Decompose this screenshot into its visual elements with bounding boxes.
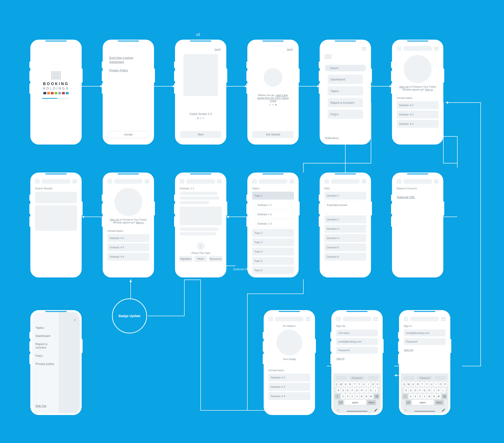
subtopic-row[interactable]: Subtopic 1-1›: [255, 201, 294, 209]
screen-legal: End-User Licence Agreement Privacy Polic…: [103, 40, 154, 145]
signup-title: Sign Up: [333, 323, 381, 328]
mic-icon[interactable]: 🎤: [442, 409, 445, 412]
screen-signin: Sign In email@booking.com Password Sign …: [399, 310, 450, 415]
unread-item[interactable]: Subtopic 4-4: [268, 392, 310, 400]
hamburger-icon[interactable]: [72, 180, 77, 183]
unread-item[interactable]: Subtopic 4-3: [107, 243, 149, 251]
skip-button[interactable]: SKIP: [287, 48, 293, 51]
hamburger-icon[interactable]: [362, 47, 366, 50]
search-input[interactable]: [403, 179, 432, 184]
keyboard[interactable]: Password QWERTYUIOP ASDFGHJKL ⇧ZXCVBNM⌫ …: [401, 374, 449, 413]
drawer-item-faq[interactable]: Faq's: [36, 354, 55, 358]
tab-faqs[interactable]: FAQ's: [194, 256, 207, 262]
search-input[interactable]: [403, 46, 432, 51]
menu-dashboard[interactable]: Dashboard: [328, 75, 363, 84]
search-input[interactable]: [331, 179, 360, 184]
signup-cta[interactable]: Sign-Up to Preserve Your Points: [394, 85, 441, 88]
topic-row[interactable]: Topic 1˄: [252, 192, 294, 200]
subtopic-row[interactable]: Subtopic 1-2›: [255, 210, 294, 218]
external-url-link[interactable]: External URL: [397, 195, 415, 199]
signin-link[interactable]: Sign in: [425, 88, 433, 91]
result-item[interactable]: [35, 192, 77, 203]
search-input[interactable]: [114, 179, 143, 184]
chevron-down-icon: ˅: [290, 231, 292, 235]
hamburger-icon[interactable]: [289, 180, 294, 183]
keyboard[interactable]: Password QWERTYUIOP ASDFGHJKL ⇧ZXCVBNM⌫ …: [333, 374, 381, 413]
sign-out-link[interactable]: Sign Out: [36, 404, 46, 408]
hamburger-icon[interactable]: [441, 317, 446, 321]
unread-item[interactable]: Subtopic 4-4: [397, 120, 439, 128]
brand-top: BOOKING: [42, 82, 70, 86]
hamburger-icon[interactable]: [145, 180, 149, 183]
search-input[interactable]: [410, 317, 439, 321]
signup-link[interactable]: Sign Up: [404, 349, 413, 351]
faq-question[interactable]: Question 3: [324, 225, 366, 233]
hamburger-icon[interactable]: [362, 180, 366, 183]
close-icon[interactable]: ✕: [73, 318, 76, 323]
skip-button[interactable]: SKIP: [215, 48, 221, 51]
menu-report[interactable]: Report a Concern: [328, 98, 363, 107]
unread-item[interactable]: Subtopic 4-4: [107, 253, 149, 261]
emoji-icon[interactable]: ☺: [337, 409, 339, 412]
topic-row[interactable]: Topic 5˅: [252, 257, 294, 265]
accept-button[interactable]: Accept: [108, 131, 149, 138]
hamburger-icon[interactable]: [306, 317, 310, 321]
signin-link[interactable]: Sign in: [136, 221, 144, 224]
hamburger-icon[interactable]: [434, 180, 439, 183]
faq-answer: Expanded answer: [324, 201, 366, 213]
faq-question[interactable]: Question 5: [324, 243, 366, 251]
signup-cta[interactable]: Sign-Up to Preserve Your Points: [105, 218, 152, 221]
drawer-item-dashboard[interactable]: Dashboard: [36, 334, 55, 338]
menu-faq[interactable]: FAQ's: [328, 110, 363, 119]
topic-row[interactable]: Topic 3˅: [252, 238, 294, 246]
faq-question[interactable]: Question 4: [324, 234, 366, 242]
result-item[interactable]: [35, 205, 77, 231]
unread-item[interactable]: Subtopic 4-3: [397, 111, 439, 119]
search-input[interactable]: [186, 179, 215, 184]
get-started-button[interactable]: Get Started: [252, 131, 293, 138]
chevron-down-icon: ˅: [290, 259, 292, 263]
mic-icon[interactable]: 🎤: [374, 409, 378, 412]
search-input[interactable]: ⌕ Search: [325, 65, 366, 71]
article-image: [180, 206, 222, 225]
search-input[interactable]: [342, 317, 372, 321]
fullname-field[interactable]: Full name: [336, 329, 378, 337]
badge-image: [276, 330, 302, 355]
screen-faq: FAQ Question 1 Expanded answer Question …: [320, 172, 371, 277]
signin-title: Sign In: [401, 323, 449, 328]
email-field[interactable]: email@booking.com: [404, 329, 446, 337]
unread-item[interactable]: Subtopic 4-3: [268, 383, 310, 391]
hamburger-icon[interactable]: [434, 47, 439, 50]
privacy-link[interactable]: Privacy Policy: [109, 68, 128, 72]
email-field[interactable]: email@booking.com: [336, 338, 378, 345]
drawer-item-topics[interactable]: Topics: [36, 326, 55, 329]
tab-resources[interactable]: Resources: [209, 256, 222, 262]
search-input[interactable]: [258, 179, 288, 184]
topic-row[interactable]: Topic 6˅: [252, 266, 294, 274]
search-input[interactable]: [275, 317, 304, 321]
eula-link[interactable]: End-User Licence Agreement: [109, 56, 133, 64]
topic-row[interactable]: Topic 2˅: [252, 229, 294, 237]
next-button[interactable]: Next: [180, 131, 221, 138]
menu-topics[interactable]: Topics: [328, 86, 363, 96]
drawer-item-report[interactable]: Report a concern: [36, 342, 55, 349]
drawer-item-privacy[interactable]: Privacy policy: [36, 362, 55, 366]
unread-item[interactable]: Subtopic 4-2: [107, 234, 149, 242]
password-field[interactable]: Password: [404, 338, 446, 345]
topic-row[interactable]: Topic 4˅: [252, 248, 294, 256]
password-field[interactable]: Password: [336, 347, 378, 354]
unread-item[interactable]: Subtopic 4-2: [268, 374, 310, 381]
search-input[interactable]: [41, 179, 71, 184]
hamburger-icon[interactable]: [217, 180, 222, 183]
hamburger-icon[interactable]: [373, 317, 378, 321]
unread-item[interactable]: Subtopic 4-2: [397, 101, 439, 109]
faq-question[interactable]: Question 2: [324, 215, 366, 223]
signin-link[interactable]: Sign In: [337, 357, 344, 360]
faq-question[interactable]: Question 1: [324, 192, 366, 200]
emoji-icon[interactable]: ☺: [404, 409, 407, 412]
tab-highlights[interactable]: Highlights: [179, 256, 192, 262]
subtopic-row[interactable]: Subtopic 1-3›: [255, 220, 294, 228]
faq-question[interactable]: Question 6: [324, 253, 366, 261]
read-topic-button[interactable]: I Read This Topic: [180, 252, 222, 254]
caption-x3: x3: [196, 33, 200, 37]
